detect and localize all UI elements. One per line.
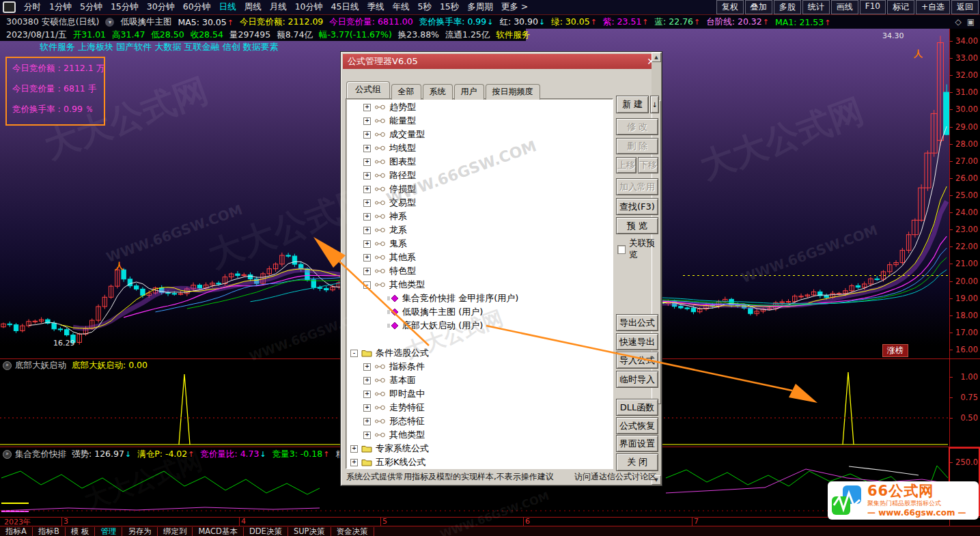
dialog-button-5[interactable]: 加入常用 bbox=[616, 178, 658, 195]
menu-button-3[interactable]: 统计 bbox=[802, 0, 830, 14]
tree-row-7[interactable]: +交易型 bbox=[363, 196, 613, 210]
expand-icon[interactable]: + bbox=[363, 268, 371, 275]
dialog-button-12[interactable]: DLL函数 bbox=[616, 399, 658, 416]
quote-corner-icon-0[interactable]: ◇ bbox=[955, 17, 961, 27]
tree-row-0[interactable]: +趋势型 bbox=[363, 100, 613, 114]
checkbox-icon[interactable] bbox=[617, 245, 626, 254]
dialog-button-1[interactable]: 修 改 bbox=[616, 118, 658, 135]
menu-period-9[interactable]: 10分钟 bbox=[291, 1, 327, 13]
tree-row-12[interactable]: +特色型 bbox=[363, 264, 613, 278]
panel-name[interactable]: 集合竞价快排 bbox=[15, 449, 66, 460]
menu-period-15[interactable]: 多周期 bbox=[463, 1, 497, 13]
expand-icon[interactable]: + bbox=[363, 186, 371, 193]
collapse-icon[interactable]: - bbox=[350, 350, 358, 357]
tree-row-1[interactable]: +能量型 bbox=[363, 114, 613, 128]
collapse-icon[interactable]: - bbox=[363, 281, 371, 289]
expand-icon[interactable]: + bbox=[363, 145, 371, 152]
bottom-tab-2[interactable]: 模 板 bbox=[66, 527, 96, 536]
dialog-button-4[interactable]: 下移 bbox=[638, 157, 658, 173]
expand-icon[interactable]: + bbox=[363, 377, 371, 384]
dialog-button-0[interactable]: 新 建 bbox=[616, 96, 649, 113]
expand-icon[interactable]: + bbox=[350, 445, 358, 453]
indicator-menu-icon[interactable]: ▾ bbox=[105, 18, 114, 27]
menu-button-4[interactable]: 画线 bbox=[831, 0, 858, 14]
tree-row-11[interactable]: +其他系 bbox=[363, 251, 613, 264]
bottom-tab-5[interactable]: 绑定到 bbox=[158, 527, 193, 536]
menu-button-7[interactable]: +自选 bbox=[916, 0, 950, 14]
menu-button-5[interactable]: F10 bbox=[860, 0, 886, 14]
panel-menu-icon[interactable]: » bbox=[3, 361, 12, 370]
menu-period-12[interactable]: 年线 bbox=[388, 1, 413, 13]
bottom-tab-9[interactable]: 资金决策 bbox=[331, 527, 374, 536]
app-icon[interactable] bbox=[3, 1, 16, 13]
menu-button-1[interactable]: 叠加 bbox=[745, 0, 772, 14]
dialog-tab-4[interactable]: 按日期频度 bbox=[486, 84, 540, 100]
expand-icon[interactable]: + bbox=[363, 158, 371, 166]
expand-icon[interactable]: + bbox=[363, 172, 371, 180]
expand-icon[interactable]: + bbox=[363, 240, 371, 248]
menu-button-8[interactable]: 返回 bbox=[951, 0, 979, 14]
dialog-button-9[interactable]: 快速导出 bbox=[616, 333, 658, 350]
menu-period-1[interactable]: 1分钟 bbox=[45, 1, 76, 13]
dialog-button-6[interactable]: 查找(F3) bbox=[616, 198, 658, 215]
bottom-tab-1[interactable]: 指标B bbox=[33, 527, 66, 536]
tree-row-2[interactable]: +成交量型 bbox=[363, 128, 613, 141]
tree-row-15[interactable]: 低吸擒牛主图 (用户) bbox=[376, 305, 613, 319]
menu-period-4[interactable]: 30分钟 bbox=[143, 1, 179, 13]
tree-row-8[interactable]: +神系 bbox=[363, 210, 613, 223]
expand-icon[interactable]: + bbox=[363, 131, 371, 139]
expand-icon[interactable]: + bbox=[363, 418, 371, 425]
menu-period-16[interactable]: 更多 > bbox=[497, 1, 532, 13]
menu-period-8[interactable]: 月线 bbox=[266, 1, 291, 13]
tree-row-25[interactable]: +专家系统公式 bbox=[350, 442, 613, 455]
bottom-tab-4[interactable]: 另存为 bbox=[122, 527, 158, 536]
tree-row-24[interactable]: +其他类型 bbox=[363, 428, 613, 442]
tree-row-20[interactable]: +基本面 bbox=[363, 373, 613, 387]
bottom-tab-0[interactable]: 指标A bbox=[0, 527, 33, 536]
panel-name[interactable]: 底部大妖启动 bbox=[15, 360, 66, 371]
dialog-button-10[interactable]: 导入公式 bbox=[616, 352, 658, 369]
dialog-tab-2[interactable]: 系统 bbox=[423, 84, 453, 100]
dialog-button-14[interactable]: 界面设置 bbox=[616, 435, 658, 452]
panel-menu-icon[interactable]: » bbox=[3, 450, 12, 459]
expand-icon[interactable]: + bbox=[363, 363, 371, 371]
menu-button-0[interactable]: 复权 bbox=[716, 0, 744, 14]
gainers-rank-button[interactable]: 涨榜 bbox=[882, 344, 908, 357]
tree-row-14[interactable]: 集合竞价快排 金甲排序(用户) bbox=[376, 292, 613, 305]
bottom-tab-7[interactable]: DDE决策 bbox=[244, 527, 288, 536]
expand-icon[interactable]: + bbox=[363, 391, 371, 398]
dialog-button-7[interactable]: 预 览 bbox=[616, 217, 658, 234]
dialog-button-2[interactable]: 删 除 bbox=[616, 138, 658, 154]
dialog-button-13[interactable]: 公式恢复 bbox=[616, 417, 658, 434]
menu-period-7[interactable]: 周线 bbox=[240, 1, 266, 13]
dialog-button-15[interactable]: 关 闭 bbox=[616, 453, 658, 471]
tree-row-3[interactable]: +均线型 bbox=[363, 141, 613, 155]
menu-period-14[interactable]: 15秒 bbox=[436, 1, 463, 13]
expand-icon[interactable]: + bbox=[350, 459, 358, 466]
tree-row-21[interactable]: +即时盘中 bbox=[363, 387, 613, 401]
menu-period-3[interactable]: 15分钟 bbox=[107, 1, 143, 13]
tree-row-16[interactable]: 底部大妖启动 (用户) bbox=[376, 319, 613, 333]
bottom-tab-3[interactable]: 管理 bbox=[95, 527, 122, 536]
tree-row-9[interactable]: +龙系 bbox=[363, 223, 613, 237]
bottom-tab-8[interactable]: SUP决策 bbox=[288, 527, 331, 536]
bottom-tab-6[interactable]: MACD基本 bbox=[193, 527, 243, 536]
menu-button-6[interactable]: 标记 bbox=[887, 0, 914, 14]
tree-row-10[interactable]: +鬼系 bbox=[363, 237, 613, 251]
expand-icon[interactable]: + bbox=[363, 213, 371, 221]
menu-period-2[interactable]: 5分钟 bbox=[76, 1, 107, 13]
tree-row-6[interactable]: +停损型 bbox=[363, 182, 613, 196]
tree-row-23[interactable]: +形态特征 bbox=[363, 414, 613, 428]
dialog-button-8[interactable]: 导出公式 bbox=[616, 314, 658, 331]
dialog-title-bar[interactable]: 公式管理器V6.05 ✕ bbox=[343, 54, 660, 69]
quote-corner-icon-1[interactable]: ▣ bbox=[967, 17, 975, 27]
dialog-tab-1[interactable]: 全部 bbox=[391, 84, 421, 100]
new-dropdown-icon[interactable]: ↓ bbox=[650, 96, 659, 113]
logo-url[interactable]: — www.66gsw.com — bbox=[867, 509, 966, 517]
menu-period-11[interactable]: 季线 bbox=[363, 1, 388, 13]
expand-icon[interactable]: + bbox=[363, 432, 371, 439]
tree-row-4[interactable]: +图表型 bbox=[363, 155, 613, 169]
tree-row-22[interactable]: +走势特征 bbox=[363, 401, 613, 414]
expand-icon[interactable]: + bbox=[363, 104, 371, 111]
expand-icon[interactable]: + bbox=[363, 117, 371, 125]
